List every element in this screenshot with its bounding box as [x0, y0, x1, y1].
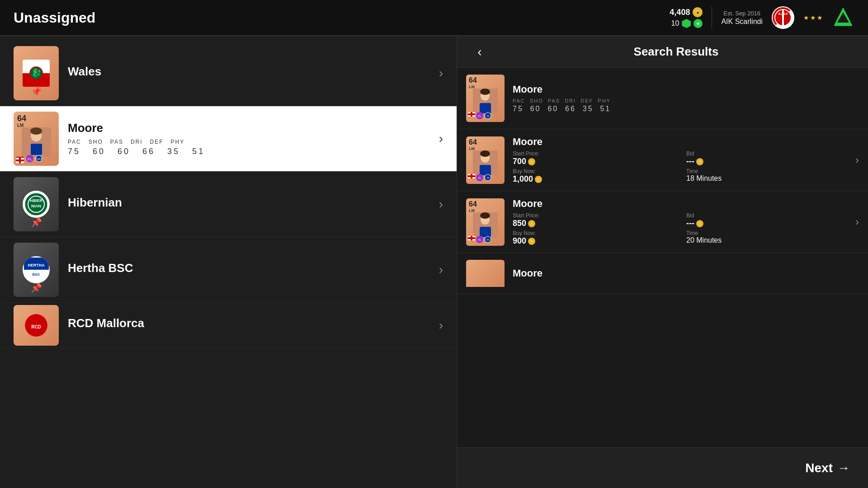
result-2-position: LM: [469, 146, 475, 151]
hibernian-emblem: HIBER NIAN: [23, 191, 50, 218]
svg-text:TH: TH: [486, 239, 490, 241]
search-results-title: Search Results: [498, 45, 854, 59]
coin-icon-2a: [528, 158, 535, 165]
list-item-moore[interactable]: 64 LM: [0, 106, 457, 172]
result-3-buynow-block: Buy Now: 900: [513, 230, 677, 246]
coin-icon-2b: [696, 158, 703, 165]
list-item-hibernian[interactable]: HIBER NIAN 📌 Hibernian ›: [0, 172, 457, 237]
result-card-4-partial: [466, 260, 505, 287]
next-button[interactable]: Next →: [805, 461, 850, 475]
list-item-hertha[interactable]: HERTHA BSC 📌 Hertha BSC ›: [0, 237, 457, 303]
club-badge: AJAX: [772, 6, 794, 29]
result-2-start-label: Start Price:: [513, 150, 677, 157]
svg-text:PL: PL: [478, 177, 481, 179]
hertha-card: HERTHA BSC 📌: [14, 243, 59, 297]
header: Unassigned 4,408 ● 10 + Est. Sep 2016 AI…: [0, 0, 868, 36]
result-2-chevron-icon: ›: [855, 154, 859, 166]
result-3-bid-label: Bid: [686, 212, 851, 219]
result-2-bid-label: Bid: [686, 150, 851, 157]
results-list: 64 LM: [457, 68, 868, 447]
list-item-rcd[interactable]: RCD RCD Mallorca ›: [0, 303, 457, 348]
list-item-wales[interactable]: 🐉 📌 Wales ›: [0, 41, 457, 106]
rcd-chevron-icon: ›: [439, 318, 443, 333]
result-1-player-image: [473, 89, 498, 113]
result-2-flags: PL TH: [468, 174, 491, 181]
hibernian-name: Hibernian: [68, 196, 122, 210]
result-1-name: Moore: [513, 84, 859, 95]
svg-text:AJAX: AJAX: [778, 12, 788, 16]
svg-text:RCD: RCD: [31, 324, 41, 329]
main-content: 🐉 📌 Wales › 64 LM: [0, 36, 868, 488]
svg-text:PL: PL: [478, 239, 481, 241]
moore-stat-values: 75 60 60 66 35 51: [68, 147, 439, 156]
result-2-start-price-block: Start Price: 700: [513, 150, 677, 166]
star-rating: ★ ★ ★: [803, 14, 823, 21]
coin-icon-3a: [528, 220, 535, 227]
result-2-buynow-value: 1,000: [513, 174, 677, 184]
result-card-3: 64 LM: [466, 198, 505, 246]
coins-row: 4,408 ●: [670, 7, 703, 17]
svg-point-55: [480, 212, 490, 219]
right-panel: ‹ Search Results 64 LM: [457, 36, 868, 488]
result-3-chevron-icon: ›: [855, 216, 859, 228]
svg-point-11: [30, 127, 42, 135]
moore-chevron-icon: ›: [439, 131, 443, 146]
hertha-emblem: HERTHA BSC: [23, 256, 50, 283]
moore-stat-labels: PAC SHO PAS DRI DEF PHY: [68, 139, 439, 145]
svg-text:🐉: 🐉: [31, 68, 42, 78]
result-2-player-image: [473, 150, 498, 175]
result-3-info: Moore Start Price: 850 Bid ---: [513, 198, 851, 246]
result-3-position: LM: [469, 208, 475, 213]
svg-rect-13: [31, 144, 42, 155]
nav-triangle-icon: [832, 5, 854, 30]
back-button[interactable]: ‹: [471, 43, 489, 61]
plus-icon: +: [693, 19, 703, 28]
result-1-flags: PL TH: [468, 112, 491, 119]
svg-text:PL: PL: [478, 115, 481, 117]
moore-league: PL: [26, 155, 33, 162]
result-3-time-block: Time 20 Minutes: [686, 230, 851, 246]
wales-name: Wales: [68, 65, 101, 79]
result-3-buynow-value: 900: [513, 236, 677, 246]
svg-point-33: [480, 89, 490, 95]
result-2-bid-value: ---: [686, 157, 851, 166]
result-3-name: Moore: [513, 198, 851, 210]
result-item-2[interactable]: 64 LM: [457, 129, 868, 191]
header-right: 4,408 ● 10 + Est. Sep 2016 AIK Scarlindi…: [670, 5, 854, 30]
svg-text:PL: PL: [28, 157, 32, 161]
hertha-chevron-icon: ›: [439, 263, 443, 277]
star-2: ★: [810, 14, 816, 21]
points-value: 10: [671, 19, 679, 28]
results-footer: Next →: [457, 447, 868, 488]
result-3-time-value: 20 Minutes: [686, 236, 851, 244]
wales-chevron-icon: ›: [439, 66, 443, 80]
result-3-bid-value: ---: [686, 219, 851, 228]
result-item-1[interactable]: 64 LM: [457, 68, 868, 129]
club-name: AIK Scarlindi: [721, 18, 763, 26]
points-row: 10 +: [671, 19, 703, 28]
result-2-name: Moore: [513, 136, 851, 148]
result-3-start-value: 850: [513, 219, 677, 228]
moore-team: THFC: [35, 155, 42, 162]
moore-rating: 64: [17, 114, 26, 123]
coin-icon-3b: [696, 220, 703, 227]
result-item-4[interactable]: Moore: [457, 253, 868, 294]
coin-icon-3c: [528, 238, 535, 245]
header-divider: [712, 6, 712, 29]
svg-text:TH: TH: [486, 115, 490, 117]
hertha-name: Hertha BSC: [68, 261, 133, 275]
rcd-name: RCD Mallorca: [68, 316, 144, 330]
svg-rect-48: [468, 175, 475, 177]
coin-icon: ●: [693, 7, 703, 17]
result-2-price-grid: Start Price: 700 Bid --- B: [513, 150, 851, 184]
result-4-name: Moore: [513, 267, 542, 279]
result-item-3[interactable]: 64 LM: [457, 191, 868, 253]
result-2-start-value: 700: [513, 157, 677, 166]
club-est: Est. Sep 2016: [723, 10, 760, 17]
result-3-bid-block: Bid ---: [686, 212, 851, 228]
result-card-2: 64 LM: [466, 136, 505, 184]
star-3: ★: [817, 14, 823, 21]
hertha-pin: 📌: [31, 282, 42, 293]
result-2-buynow-block: Buy Now: 1,000: [513, 168, 677, 184]
svg-text:BSC: BSC: [32, 272, 40, 277]
